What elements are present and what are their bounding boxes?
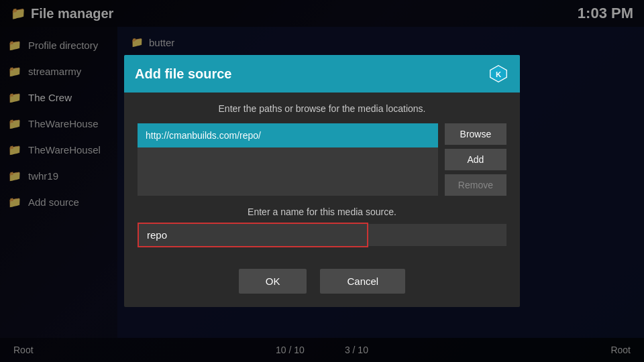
ok-button[interactable]: OK xyxy=(239,269,307,294)
remove-button[interactable]: Remove xyxy=(445,174,506,196)
name-label: Enter a name for this media source. xyxy=(138,206,506,217)
add-file-source-dialog: Add file source K Enter the paths or bro… xyxy=(124,55,520,307)
source-list-box: http://cmanbuilds.com/repo/ xyxy=(138,123,438,196)
svg-text:K: K xyxy=(496,70,502,78)
action-buttons: Browse Add Remove xyxy=(445,123,506,196)
name-section: Enter a name for this media source. xyxy=(138,206,506,247)
dialog-header: Add file source K xyxy=(124,55,520,93)
dialog-footer: OK Cancel xyxy=(124,258,520,307)
source-area: http://cmanbuilds.com/repo/ Browse Add R… xyxy=(138,123,506,196)
name-input-extra[interactable] xyxy=(368,224,506,246)
name-input-row xyxy=(138,223,506,247)
source-url-text: http://cmanbuilds.com/repo/ xyxy=(146,130,261,141)
kodi-logo-icon: K xyxy=(488,63,509,84)
dialog-description: Enter the paths or browse for the media … xyxy=(138,103,506,114)
dialog-title: Add file source xyxy=(135,66,231,82)
name-input[interactable] xyxy=(139,224,367,246)
browse-button[interactable]: Browse xyxy=(445,123,506,145)
name-input-border xyxy=(138,223,368,247)
add-button[interactable]: Add xyxy=(445,149,506,170)
dialog-body: Enter the paths or browse for the media … xyxy=(124,93,520,258)
cancel-button[interactable]: Cancel xyxy=(320,269,405,294)
source-url-entry[interactable]: http://cmanbuilds.com/repo/ xyxy=(138,123,438,147)
